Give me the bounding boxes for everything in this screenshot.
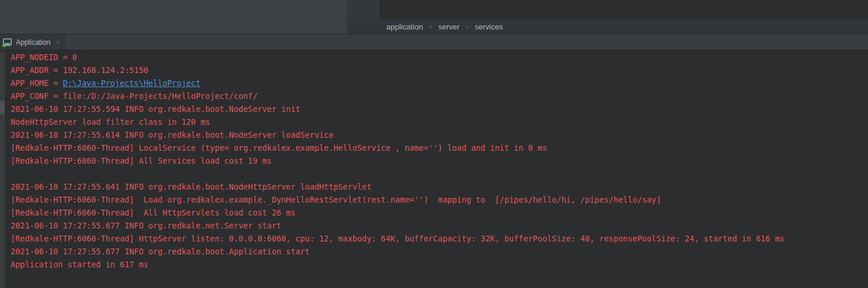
breadcrumb: application›server›services	[347, 19, 868, 34]
console-line: Application started in 617 ms	[11, 259, 868, 272]
ide-window: application›server›services Application …	[0, 0, 868, 288]
console-line: [Redkale-HTTP:6060-Thread] All Services …	[11, 155, 868, 168]
console-line: 2021-06-10 17:27:55.641 INFO org.redkale…	[11, 181, 868, 194]
editor-panel	[0, 0, 347, 34]
scrollbar-thumb[interactable]	[0, 101, 5, 114]
console-line: APP_HOME = D:\Java-Projects\HelloProject	[11, 77, 868, 90]
console-line: 2021-06-10 17:27:55.677 INFO org.redkale…	[11, 246, 868, 259]
console-icon	[3, 38, 12, 47]
breadcrumb-separator-icon: ›	[429, 22, 432, 31]
console-line	[11, 168, 868, 181]
console-line: 2021-06-10 17:27:55.594 INFO org.redkale…	[11, 103, 868, 116]
console-line: APP_ADDR = 192.168.124.2:5150	[11, 64, 868, 77]
console-line: 2021-06-10 17:27:55.677 INFO org.redkale…	[11, 220, 868, 233]
console-line: [Redkale-HTTP:6060-Thread] LocalService …	[11, 142, 868, 155]
breadcrumb-item-application[interactable]: application	[386, 22, 423, 31]
tab-application[interactable]: Application ×	[0, 34, 66, 50]
breadcrumb-item-server[interactable]: server	[438, 22, 459, 31]
console-line: 2021-06-10 17:27:55.614 INFO org.redkale…	[11, 129, 868, 142]
console-line-prefix: APP_HOME =	[11, 79, 63, 88]
file-path-link[interactable]: D:\Java-Projects\HelloProject	[63, 79, 201, 88]
breadcrumb-item-services[interactable]: services	[475, 22, 503, 31]
console-line: APP_NODEID = 0	[11, 51, 868, 64]
run-console: APP_NODEID = 0APP_ADDR = 192.168.124.2:5…	[0, 49, 868, 288]
console-scrollbar[interactable]	[0, 52, 5, 288]
console-line: [Redkale-HTTP:6060-Thread] HttpServer li…	[11, 233, 868, 246]
running-status-dot	[2, 44, 6, 47]
console-line: APP_CONF = file:/D:/Java-Projects/HelloP…	[11, 90, 868, 103]
console-line: [Redkale-HTTP:6060-Thread] All HttpServl…	[11, 207, 868, 220]
tab-label: Application	[16, 38, 51, 47]
close-icon[interactable]: ×	[56, 39, 61, 45]
editor-tabs-block	[347, 0, 380, 19]
console-line: NodeHttpServer load filter class in 120 …	[11, 116, 868, 129]
console-log: APP_NODEID = 0APP_ADDR = 192.168.124.2:5…	[11, 51, 868, 272]
console-tab-bar: Application ×	[0, 34, 868, 49]
console-line: [Redkale-HTTP:6060-Thread] Load org.redk…	[11, 194, 868, 207]
breadcrumb-separator-icon: ›	[466, 22, 468, 31]
editor-tabs-strip	[347, 0, 868, 19]
